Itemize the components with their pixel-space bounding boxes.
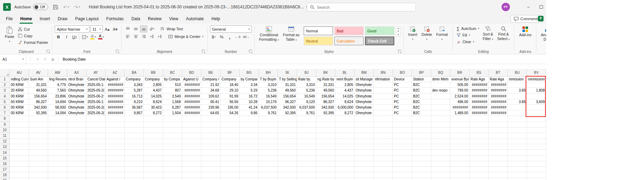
cell-BJ2[interactable]: 3,310 [297, 82, 316, 88]
cell-BF9[interactable] [220, 122, 240, 127]
cell-BD17[interactable] [182, 167, 201, 172]
cell-BM3[interactable]: Ohmyhote [355, 88, 374, 93]
copy-button[interactable]: Copy [16, 32, 49, 39]
cell-BF16[interactable] [220, 161, 240, 167]
cell-BJ19[interactable] [297, 178, 316, 180]
cell-BS13[interactable] [470, 144, 489, 150]
cell-BB14[interactable] [144, 150, 163, 155]
cell-AU10[interactable] [10, 127, 29, 133]
share-icon[interactable] [538, 16, 544, 23]
row-header-15[interactable]: 15 [0, 156, 10, 161]
search-box[interactable] [307, 3, 416, 11]
cell-BR14[interactable] [450, 150, 470, 155]
cell-BP12[interactable] [412, 139, 431, 144]
cell-AZ14[interactable] [106, 150, 125, 155]
column-header-BF[interactable]: BF [220, 69, 240, 77]
cell-BF7[interactable]: 54.26 [220, 110, 240, 116]
format-painter-button[interactable]: Format Painter [16, 39, 49, 46]
increase-decimal-button[interactable]: ←.0 [234, 33, 241, 40]
style-normal[interactable]: Normal [304, 26, 333, 35]
cut-button[interactable]: Cut [16, 26, 49, 32]
cell-BV6[interactable] [527, 105, 546, 110]
cell-BN1[interactable]: nfirmation [374, 77, 393, 82]
cell-BS16[interactable] [470, 161, 489, 167]
gallery-up-button[interactable]: ▴ [396, 27, 401, 30]
align-top-button[interactable] [124, 25, 131, 32]
column-header-BS[interactable]: BS [470, 69, 489, 77]
column-header-AV[interactable]: AV [29, 69, 48, 77]
decrease-decimal-button[interactable]: .00→ [242, 33, 250, 40]
cell-BQ6[interactable] [431, 105, 450, 110]
cell-BR1[interactable]: evenue Byr [450, 77, 470, 82]
cell-BP5[interactable]: B2C [412, 99, 431, 105]
cell-BJ9[interactable] [297, 122, 316, 127]
column-header-BK[interactable]: BK [316, 69, 335, 77]
cell-BF15[interactable] [220, 156, 240, 161]
cell-BD7[interactable]: ######## [182, 110, 201, 116]
cell-AY16[interactable] [86, 161, 106, 167]
accounting-format-button[interactable]: $▾ [210, 33, 217, 40]
autosave-toggle[interactable]: AutoSave Off [14, 4, 48, 10]
row-header-4[interactable]: 4 [0, 94, 10, 99]
cell-BS18[interactable] [470, 172, 489, 178]
cell-BC16[interactable] [163, 161, 182, 167]
cell-BU1[interactable]: mmission [508, 77, 527, 82]
cell-AX11[interactable] [67, 133, 86, 139]
cell-BV11[interactable] [527, 133, 546, 139]
cell-BI19[interactable] [278, 178, 297, 180]
cell-AU13[interactable] [10, 144, 29, 150]
cell-BH8[interactable] [259, 116, 278, 122]
cell-BB16[interactable] [144, 161, 163, 167]
cell-AW1[interactable]: ling Revenu [48, 77, 67, 82]
cell-BI10[interactable] [278, 127, 297, 133]
cell-AX16[interactable] [67, 161, 86, 167]
cell-BL9[interactable] [335, 122, 355, 127]
cell-BG17[interactable] [240, 167, 259, 172]
cell-BH15[interactable] [259, 156, 278, 161]
cell-AY11[interactable] [86, 133, 106, 139]
cell-BC5[interactable]: 1,568 [163, 99, 182, 105]
cell-BI11[interactable] [278, 133, 297, 139]
cell-BQ8[interactable] [431, 116, 450, 122]
wrap-text-button[interactable]: Wrap Text [159, 26, 184, 32]
cell-BJ3[interactable]: 5,236 [297, 88, 316, 93]
style-good[interactable]: Good [365, 26, 394, 35]
cell-BG3[interactable]: 5.29 [240, 88, 259, 93]
name-box[interactable]: A1 ▾ [0, 54, 26, 64]
row-header-13[interactable]: 13 [0, 144, 10, 150]
cell-BE13[interactable] [201, 144, 220, 150]
cell-BR6[interactable]: ######## [450, 105, 470, 110]
cell-BB12[interactable] [144, 139, 163, 144]
column-header-BB[interactable]: BB [144, 69, 163, 77]
cell-BE10[interactable] [201, 127, 220, 133]
cell-BI5[interactable]: 96,327 [278, 99, 297, 105]
cell-BQ15[interactable] [431, 156, 450, 161]
cell-BQ14[interactable] [431, 150, 450, 155]
enter-button[interactable]: ✓ [41, 57, 49, 61]
cell-BC13[interactable] [163, 144, 182, 150]
cell-AY12[interactable] [86, 139, 106, 144]
cell-BN5[interactable] [374, 99, 393, 105]
sort-filter-button[interactable]: Sort & Filter ▾ [481, 25, 495, 42]
decrease-font-button[interactable]: A▾ [111, 26, 119, 33]
column-header-BJ[interactable]: BJ [297, 69, 316, 77]
cell-BV9[interactable] [527, 122, 546, 127]
cell-BV14[interactable] [527, 150, 546, 155]
cell-AV3[interactable]: 49,560 [29, 88, 48, 93]
cell-BT11[interactable] [489, 133, 508, 139]
cell-BJ6[interactable]: 6,037,500 [297, 105, 316, 110]
cell-BL18[interactable] [335, 172, 355, 178]
cell-AU11[interactable] [10, 133, 29, 139]
font-dialog-launcher-icon[interactable] [116, 50, 119, 53]
cell-AW15[interactable] [48, 156, 67, 161]
cell-BJ12[interactable] [297, 139, 316, 144]
cell-AV11[interactable] [29, 133, 48, 139]
cell-BO5[interactable]: PC [393, 99, 412, 105]
cell-AY2[interactable]: 2025-05-1: [86, 82, 106, 88]
cell-BO10[interactable] [393, 127, 412, 133]
cell-BC1[interactable]: by Compa [163, 77, 182, 82]
cell-BN3[interactable] [374, 88, 393, 93]
cell-BM2[interactable]: Ohmyhote [355, 82, 374, 88]
cell-AW8[interactable] [48, 116, 67, 122]
cell-BF11[interactable] [220, 133, 240, 139]
